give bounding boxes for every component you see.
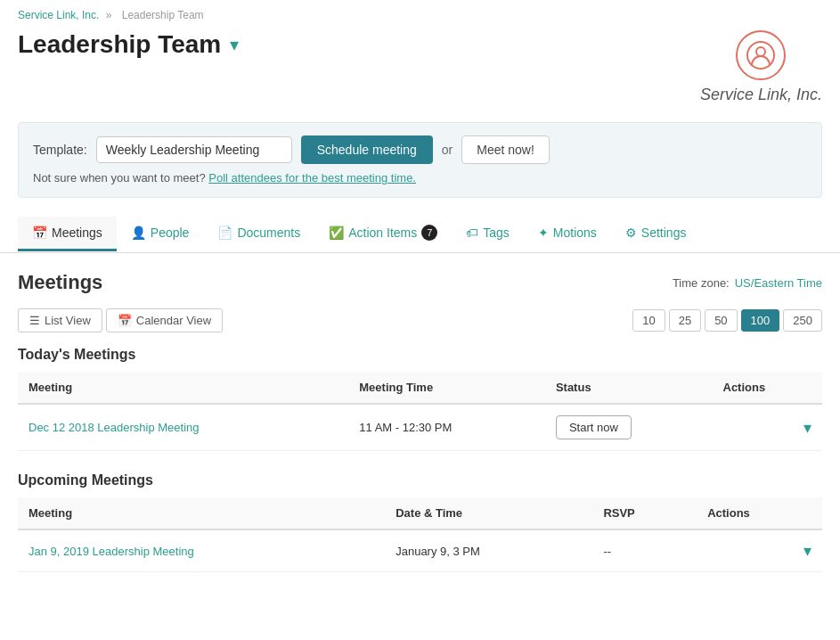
- upcoming-meeting-link[interactable]: Jan 9, 2019 Leadership Meeting: [29, 545, 194, 558]
- person-icon: 👤: [131, 226, 146, 240]
- tab-meetings-label: Meetings: [52, 226, 102, 240]
- list-icon: ☰: [29, 314, 40, 327]
- tab-meetings[interactable]: 📅 Meetings: [18, 217, 117, 251]
- company-logo-icon: [736, 30, 786, 80]
- tab-people[interactable]: 👤 People: [117, 217, 204, 251]
- page-size-250[interactable]: 250: [783, 309, 822, 332]
- todays-meetings-header-row: Meeting Meeting Time Status Actions: [18, 372, 822, 404]
- schedule-meeting-button[interactable]: Schedule meeting: [301, 135, 433, 164]
- page-size-50[interactable]: 50: [705, 309, 737, 332]
- timezone-area: Time zone: US/Eastern Time: [673, 276, 822, 290]
- meeting-status-cell: Start now: [545, 404, 713, 451]
- view-controls: ☰ List View 📅 Calendar View 10 25 50 100…: [18, 308, 822, 332]
- tab-settings-label: Settings: [641, 226, 687, 240]
- col-upcoming-meeting: Meeting: [18, 497, 385, 529]
- timezone-label: Time zone:: [673, 276, 730, 290]
- breadcrumb-separator: »: [106, 9, 112, 21]
- upcoming-meetings-header-row: Meeting Date & Time RSVP Actions: [18, 497, 822, 529]
- poll-link[interactable]: Poll attendees for the best meeting time…: [208, 171, 416, 185]
- upcoming-actions-cell: ▾: [697, 529, 822, 572]
- calendar-view-button[interactable]: 📅 Calendar View: [106, 308, 223, 332]
- tab-tags-label: Tags: [483, 226, 510, 240]
- logo-svg: [746, 41, 775, 70]
- template-select[interactable]: Weekly Leadership Meeting: [96, 136, 292, 163]
- col-meeting: Meeting: [18, 372, 348, 404]
- tab-action-items[interactable]: ✅ Action Items 7: [314, 216, 452, 252]
- col-date-time: Date & Time: [385, 497, 592, 529]
- view-buttons: ☰ List View 📅 Calendar View: [18, 308, 223, 332]
- calendar-view-icon: 📅: [118, 314, 132, 327]
- template-bar: Template: Weekly Leadership Meeting Sche…: [18, 122, 822, 198]
- tab-motions-label: Motions: [553, 226, 597, 240]
- breadcrumb-current: Leadership Team: [122, 9, 204, 21]
- start-now-button[interactable]: Start now: [556, 415, 632, 439]
- company-name: Service Link, Inc.: [700, 86, 822, 104]
- gear-icon: ⚙: [625, 226, 637, 240]
- tab-tags[interactable]: 🏷 Tags: [452, 217, 524, 251]
- page-title: Leadership Team: [18, 30, 221, 59]
- main-content: Meetings Time zone: US/Eastern Time ☰ Li…: [0, 253, 840, 611]
- upcoming-meeting-name-cell: Jan 9, 2019 Leadership Meeting: [18, 529, 385, 572]
- page-size-controls: 10 25 50 100 250: [632, 309, 822, 332]
- tab-action-items-label: Action Items: [348, 226, 417, 240]
- todays-meetings-label: Today's Meetings: [18, 347, 822, 363]
- doc-icon: 📄: [217, 226, 232, 240]
- tab-motions[interactable]: ✦ Motions: [524, 217, 611, 251]
- action-items-badge: 7: [421, 225, 437, 241]
- tab-people-label: People: [151, 226, 190, 240]
- check-icon: ✅: [329, 226, 344, 240]
- meeting-link[interactable]: Dec 12 2018 Leadership Meeting: [29, 421, 200, 434]
- table-row: Dec 12 2018 Leadership Meeting 11 AM - 1…: [18, 404, 822, 451]
- list-view-label: List View: [45, 314, 91, 327]
- motion-icon: ✦: [538, 226, 549, 240]
- upcoming-meetings-table: Meeting Date & Time RSVP Actions Jan 9, …: [18, 497, 822, 572]
- list-view-button[interactable]: ☰ List View: [18, 308, 102, 332]
- logo-area: Service Link, Inc.: [700, 30, 822, 104]
- breadcrumb-company-link[interactable]: Service Link, Inc.: [18, 9, 99, 21]
- tab-settings[interactable]: ⚙ Settings: [611, 217, 701, 251]
- poll-text: Not sure when you want to meet?: [33, 171, 206, 185]
- meetings-section-title: Meetings: [18, 271, 102, 294]
- svg-point-0: [756, 47, 765, 56]
- tab-documents-label: Documents: [237, 226, 300, 240]
- col-actions: Actions: [713, 372, 823, 404]
- todays-meetings-table: Meeting Meeting Time Status Actions Dec …: [18, 372, 822, 451]
- meeting-time-cell: 11 AM - 12:30 PM: [348, 404, 545, 451]
- upcoming-meetings-label: Upcoming Meetings: [18, 472, 822, 488]
- calendar-icon: 📅: [32, 226, 47, 240]
- meet-now-button[interactable]: Meet now!: [461, 135, 550, 164]
- col-rsvp: RSVP: [592, 497, 697, 529]
- poll-row: Not sure when you want to meet? Poll att…: [33, 171, 807, 185]
- table-row: Jan 9, 2019 Leadership Meeting January 9…: [18, 529, 822, 572]
- col-status: Status: [545, 372, 713, 404]
- meeting-name-cell: Dec 12 2018 Leadership Meeting: [18, 404, 348, 451]
- page-size-10[interactable]: 10: [632, 309, 665, 332]
- tag-icon: 🏷: [466, 226, 478, 240]
- tabs-nav: 📅 Meetings 👤 People 📄 Documents ✅ Action…: [0, 216, 840, 253]
- or-text: or: [442, 143, 453, 157]
- col-meeting-time: Meeting Time: [348, 372, 545, 404]
- tab-documents[interactable]: 📄 Documents: [203, 217, 314, 251]
- page-size-25[interactable]: 25: [669, 309, 701, 332]
- meetings-section-header: Meetings Time zone: US/Eastern Time: [18, 271, 822, 294]
- actions-chevron-icon[interactable]: ▾: [803, 419, 811, 437]
- calendar-view-label: Calendar View: [136, 314, 211, 327]
- template-label: Template:: [33, 143, 87, 157]
- title-dropdown-arrow[interactable]: ▾: [230, 34, 239, 55]
- page-size-100[interactable]: 100: [741, 309, 780, 332]
- page-header: Leadership Team ▾ Service Link, Inc.: [0, 30, 840, 122]
- upcoming-actions-chevron-icon[interactable]: ▾: [803, 542, 811, 560]
- upcoming-rsvp-cell: --: [592, 529, 697, 572]
- breadcrumb: Service Link, Inc. » Leadership Team: [0, 0, 840, 30]
- title-area: Leadership Team ▾: [18, 30, 239, 59]
- upcoming-datetime-cell: January 9, 3 PM: [385, 529, 592, 572]
- template-row: Template: Weekly Leadership Meeting Sche…: [33, 135, 807, 164]
- timezone-value[interactable]: US/Eastern Time: [735, 276, 822, 290]
- col-upcoming-actions: Actions: [697, 497, 822, 529]
- meeting-actions-cell: ▾: [713, 404, 823, 451]
